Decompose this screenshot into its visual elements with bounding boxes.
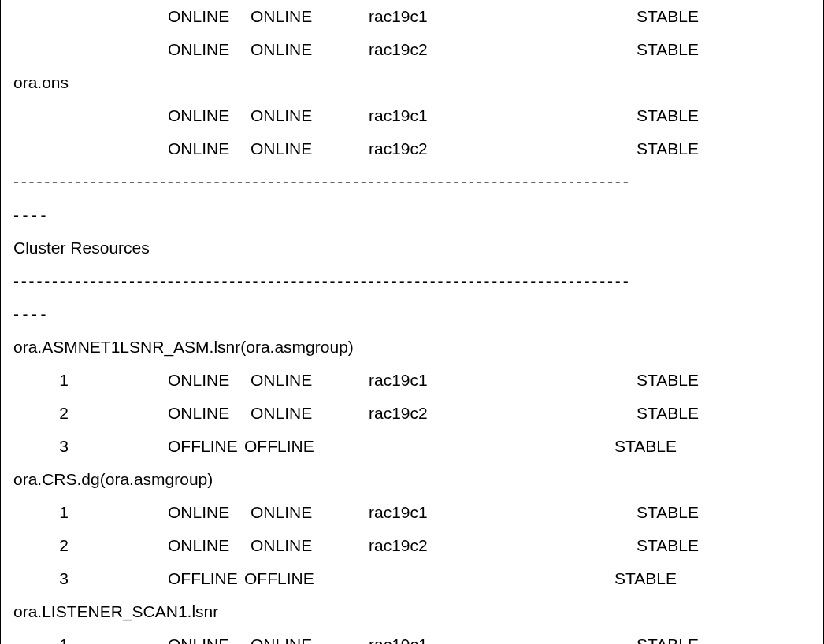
target-col: ONLINE (168, 99, 251, 132)
target-col: OFFLINE (168, 430, 244, 463)
details-col: STABLE (637, 529, 811, 562)
target-col: ONLINE (168, 33, 251, 66)
state-col: ONLINE (251, 397, 369, 430)
state-col: ONLINE (251, 99, 369, 132)
instance-idx: 2 (13, 397, 106, 430)
state-col: ONLINE (251, 628, 369, 644)
state-col: ONLINE (251, 0, 369, 33)
target-col: ONLINE (168, 397, 251, 430)
state-col: OFFLINE (244, 430, 614, 463)
status-row: 1 ONLINE ONLINE rac19c1 STABLE (13, 496, 811, 529)
resource-name: ora.ASMNET1LSNR_ASM.lsnr(ora.asmgroup) (13, 331, 811, 364)
status-row: 2 ONLINE ONLINE rac19c2 STABLE (13, 397, 811, 430)
instance-idx: 3 (13, 430, 106, 463)
details-col: STABLE (637, 364, 811, 397)
state-col: OFFLINE (244, 562, 614, 595)
section-title: Cluster Resources (13, 231, 811, 265)
server-col: rac19c2 (369, 33, 637, 66)
resource-name: ora.ons (13, 66, 811, 99)
server-col: rac19c2 (369, 132, 637, 165)
terminal-output: ONLINE ONLINE rac19c1 STABLE ONLINE ONLI… (0, 0, 824, 644)
divider: ----------------------------------------… (13, 265, 811, 298)
status-row: ONLINE ONLINE rac19c1 STABLE (13, 0, 811, 33)
server-col: rac19c1 (369, 99, 637, 132)
instance-idx: 1 (13, 496, 106, 529)
target-col: ONLINE (168, 364, 251, 397)
status-row: ONLINE ONLINE rac19c2 STABLE (13, 33, 811, 66)
resource-name: ora.LISTENER_SCAN1.lsnr (13, 595, 811, 628)
state-col: ONLINE (251, 496, 369, 529)
target-col: ONLINE (168, 496, 251, 529)
target-col: ONLINE (168, 0, 251, 33)
details-col: STABLE (614, 430, 811, 463)
state-col: ONLINE (251, 364, 369, 397)
target-col: ONLINE (168, 132, 251, 165)
divider: ---- (13, 198, 811, 231)
details-col: STABLE (637, 628, 811, 644)
status-row: 3 OFFLINE OFFLINE STABLE (13, 430, 811, 463)
server-col: rac19c1 (369, 364, 637, 397)
details-col: STABLE (637, 496, 811, 529)
status-row: 1 ONLINE ONLINE rac19c1 STABLE (13, 364, 811, 397)
instance-idx: 1 (13, 364, 106, 397)
status-row: 3 OFFLINE OFFLINE STABLE (13, 562, 811, 595)
state-col: ONLINE (251, 33, 369, 66)
instance-idx: 1 (13, 628, 106, 644)
state-col: ONLINE (251, 529, 369, 562)
server-col: rac19c1 (369, 496, 637, 529)
status-row: 2 ONLINE ONLINE rac19c2 STABLE (13, 529, 811, 562)
server-col: rac19c2 (369, 529, 637, 562)
target-col: ONLINE (168, 529, 251, 562)
target-col: OFFLINE (168, 562, 244, 595)
instance-idx: 2 (13, 529, 106, 562)
status-row: ONLINE ONLINE rac19c1 STABLE (13, 99, 811, 132)
resource-name: ora.CRS.dg(ora.asmgroup) (13, 463, 811, 496)
status-row: 1 ONLINE ONLINE rac19c1 STABLE (13, 628, 811, 644)
details-col: STABLE (614, 562, 811, 595)
divider: ----------------------------------------… (13, 165, 811, 198)
details-col: STABLE (637, 0, 811, 33)
target-col: ONLINE (168, 628, 251, 644)
status-row: ONLINE ONLINE rac19c2 STABLE (13, 132, 811, 165)
details-col: STABLE (637, 33, 811, 66)
details-col: STABLE (637, 99, 811, 132)
instance-idx: 3 (13, 562, 106, 595)
server-col: rac19c2 (369, 397, 637, 430)
server-col: rac19c1 (369, 0, 637, 33)
divider: ---- (13, 298, 811, 331)
details-col: STABLE (637, 397, 811, 430)
state-col: ONLINE (251, 132, 369, 165)
details-col: STABLE (637, 132, 811, 165)
server-col: rac19c1 (369, 628, 637, 644)
